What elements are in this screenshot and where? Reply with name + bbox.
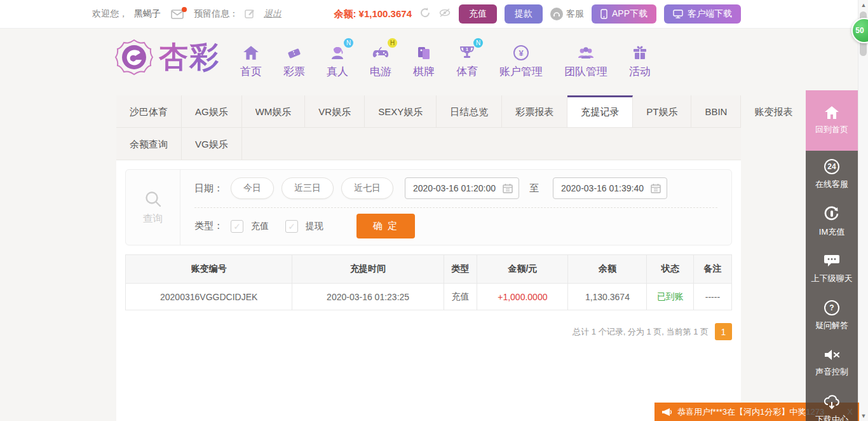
table-row: 20200316VGGDCIDJEK 2020-03-16 01:23:25 充… (126, 284, 732, 310)
megaphone-icon (661, 407, 672, 417)
cell-remark: ----- (693, 284, 731, 310)
cell-time: 2020-03-16 01:23:25 (292, 284, 444, 310)
nav-item-live-casino[interactable]: N 真人 (327, 43, 348, 79)
sidebar-item-im-recharge[interactable]: IM充值 (806, 198, 858, 245)
tab-sexy[interactable]: SEXY娱乐 (365, 95, 437, 127)
cell-change-id: 20200316VGGDCIDJEK (126, 284, 292, 310)
question-icon: ? (824, 300, 839, 315)
recharge-button[interactable]: 充值 (459, 4, 497, 24)
welcome-text: 欢迎您， (92, 8, 128, 20)
main-content-card: 沙巴体育 AG娱乐 WM娱乐 VR娱乐 SEXY娱乐 日结总览 彩票报表 充提记… (116, 95, 741, 421)
service-24h-icon: 24 (824, 159, 839, 174)
tab-bbin[interactable]: BBIN (691, 95, 741, 127)
topbar: 欢迎您， 黑蝎子 预留信息： 退出 余额: ¥1,100.3674 充值 提款 … (0, 0, 868, 29)
cloud-download-icon (823, 394, 841, 410)
tab-vr[interactable]: VR娱乐 (305, 95, 365, 127)
table-header-row: 账变编号 充提时间 类型 金额/元 余额 状态 备注 (126, 255, 732, 284)
calendar-icon (651, 183, 661, 193)
records-table: 账变编号 充提时间 类型 金额/元 余额 状态 备注 20200316VGGDC… (125, 254, 732, 310)
headset-icon (550, 8, 563, 20)
nav-item-home[interactable]: 首页 (240, 43, 262, 79)
tab-account-change-report[interactable]: 账变报表 (741, 95, 806, 127)
notification-text: 恭喜用户f***3在【河内1分彩】中奖1273 (677, 406, 824, 418)
sidebar-item-sound-control[interactable]: 声音控制 (806, 339, 858, 386)
balance-display: 余额: ¥1,100.3674 (334, 8, 412, 20)
date-to-input[interactable]: 2020-03-16 01:39:40 (553, 177, 667, 199)
phone-icon (600, 9, 607, 19)
withdraw-button[interactable]: 提款 (505, 4, 543, 24)
tab-saba-sports[interactable]: 沙巴体育 (116, 95, 182, 127)
ticket-icon (286, 43, 302, 60)
site-logo[interactable]: 杏彩 (114, 38, 220, 77)
tab-daily-summary[interactable]: 日结总览 (437, 95, 502, 127)
checkbox-recharge[interactable]: ✓ (231, 220, 243, 233)
page-1-button[interactable]: 1 (715, 323, 732, 340)
tab-ag[interactable]: AG娱乐 (182, 95, 242, 127)
client-download-button[interactable]: 客户端下载 (664, 4, 741, 24)
home-icon (243, 43, 259, 60)
sidebar-item-download-center[interactable]: 下载中心 (806, 386, 858, 421)
sidebar-item-home[interactable]: 回到首页 (806, 90, 858, 151)
sidebar-item-faq[interactable]: ? 疑问解答 (806, 292, 858, 339)
logo-text: 杏彩 (159, 38, 220, 77)
search-icon (144, 190, 163, 209)
chat-icon (824, 253, 840, 268)
nav-item-sports[interactable]: 1 N 体育 (456, 43, 478, 79)
checkbox-recharge-label: 充值 (251, 221, 269, 232)
svg-text:1: 1 (466, 47, 468, 52)
confirm-button[interactable]: 确 定 (356, 214, 415, 238)
to-label: 至 (529, 183, 539, 195)
quick-range-7days[interactable]: 近七日 (341, 177, 393, 199)
edit-icon[interactable] (245, 8, 255, 20)
col-type: 类型 (444, 255, 477, 284)
nav-item-account-management[interactable]: ¥ 账户管理 (499, 43, 543, 79)
tab-balance-query[interactable]: 余额查询 (116, 128, 182, 160)
quick-range-3days[interactable]: 近三日 (281, 177, 334, 199)
im-recharge-icon (824, 205, 840, 222)
search-section: 查询 (126, 170, 180, 245)
tab-recharge-withdraw-records[interactable]: 充提记录 (567, 95, 633, 127)
logo-flower-icon (114, 38, 154, 77)
customer-service-link[interactable]: 客服 (550, 8, 584, 20)
col-balance: 余额 (568, 255, 647, 284)
sidebar-item-chat[interactable]: 上下级聊天 (806, 245, 858, 292)
logout-link[interactable]: 退出 (264, 8, 281, 20)
pagination: 总计 1 个记录, 分为 1 页, 当前第 1 页 1 (125, 323, 732, 340)
refresh-icon[interactable] (419, 7, 431, 21)
tab-row-1: 沙巴体育 AG娱乐 WM娱乐 VR娱乐 SEXY娱乐 日结总览 彩票报表 充提记… (116, 95, 741, 128)
mail-icon[interactable] (171, 10, 184, 19)
cards-icon (416, 43, 431, 60)
cell-amount: +1,000.0000 (477, 284, 568, 310)
tab-wm[interactable]: WM娱乐 (242, 95, 306, 127)
reserved-info-label: 预留信息： (194, 8, 238, 20)
col-amount: 金额/元 (477, 255, 568, 284)
floating-sidebar: 回到首页 24 在线客服 IM充值 上下级聊天 ? 疑问解答 声音控制 下载中心 (806, 90, 858, 421)
nav-item-team-management[interactable]: 团队管理 (564, 43, 607, 79)
username[interactable]: 黑蝎子 (134, 8, 161, 20)
date-label: 日期： (194, 183, 223, 195)
quick-range-today[interactable]: 今日 (231, 177, 274, 199)
checkbox-withdraw-label: 提现 (306, 221, 323, 232)
tab-row-filler (242, 128, 741, 160)
nav-item-lottery[interactable]: 彩票 (283, 43, 305, 79)
main-nav: 首页 彩票 N 真人 H 电游 (240, 43, 651, 79)
cell-balance: 1,130.3674 (568, 284, 647, 310)
eye-hide-icon[interactable] (438, 8, 451, 20)
tab-vg[interactable]: VG娱乐 (182, 128, 242, 160)
nav-item-board-games[interactable]: 棋牌 (413, 43, 435, 79)
tab-lottery-report[interactable]: 彩票报表 (502, 95, 567, 127)
checkbox-withdraw[interactable]: ✓ (285, 220, 298, 233)
date-from-input[interactable]: 2020-03-16 01:20:00 (405, 177, 519, 199)
scrollbar-up-arrow[interactable]: ▲ (858, 0, 868, 10)
col-status: 状态 (647, 255, 693, 284)
app-download-button[interactable]: APP下载 (592, 4, 656, 24)
scrollbar-down-arrow[interactable]: ▼ (858, 411, 868, 421)
nav-item-promotions[interactable]: 活动 (629, 43, 651, 79)
nav-item-egames[interactable]: H 电游 (370, 43, 391, 79)
sidebar-item-online-service[interactable]: 24 在线客服 (806, 151, 858, 198)
scrollbar-track[interactable]: ▲ ▼ (858, 0, 868, 421)
tab-pt[interactable]: PT娱乐 (633, 95, 691, 127)
site-header: 杏彩 首页 彩票 N 真人 H (0, 29, 868, 95)
live-dealer-icon: N (329, 43, 346, 60)
gamepad-icon: H (372, 43, 390, 60)
